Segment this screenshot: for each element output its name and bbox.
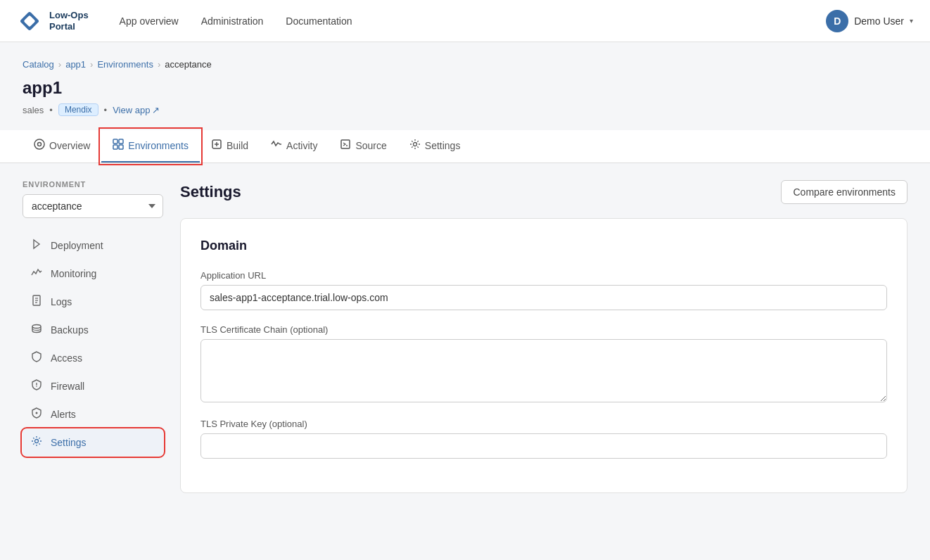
sep-2: › (90, 59, 93, 70)
svg-rect-4 (113, 139, 117, 144)
tls-key-input[interactable] (200, 433, 887, 459)
activity-icon (271, 139, 282, 153)
subtitle-label: sales (23, 105, 44, 115)
logo-text: Low-Ops Portal (49, 10, 89, 32)
environments-icon (113, 139, 124, 153)
settings-header: Settings Compare environments (180, 180, 907, 204)
page-title: app1 (23, 78, 907, 98)
chevron-down-icon: ▾ (910, 17, 913, 25)
svg-point-18 (35, 440, 39, 443)
tab-overview[interactable]: Overview (23, 130, 101, 163)
tls-chain-input[interactable] (200, 339, 887, 402)
sep-1: › (58, 59, 61, 70)
alerts-icon (30, 407, 44, 421)
settings-title: Settings (180, 183, 241, 201)
svg-rect-6 (113, 145, 117, 149)
sidebar-settings-icon (30, 435, 44, 450)
backups-icon (30, 323, 44, 337)
user-menu[interactable]: D Demo User ▾ (826, 10, 913, 32)
tab-source[interactable]: Source (329, 130, 397, 163)
tab-settings[interactable]: Settings (398, 130, 472, 163)
source-icon (340, 139, 351, 153)
svg-rect-5 (119, 139, 123, 144)
mendix-badge: Mendix (58, 103, 98, 116)
logo-icon (17, 8, 42, 34)
sidebar-nav: Deployment Monitoring Logs (23, 232, 163, 456)
env-label: ENVIRONMENT (23, 180, 163, 189)
tab-environments[interactable]: Environments (101, 130, 200, 163)
view-app-link[interactable]: View app ↗ (113, 105, 160, 115)
header: Low-Ops Portal App overview Administrati… (0, 0, 930, 42)
url-label: Application URL (200, 270, 887, 281)
tab-build[interactable]: Build (200, 130, 260, 163)
svg-point-10 (413, 143, 416, 146)
breadcrumb-app1[interactable]: app1 (65, 59, 86, 70)
lower-layout: ENVIRONMENT acceptance production develo… (23, 180, 907, 493)
firewall-icon (30, 379, 44, 393)
domain-card: Domain Application URL TLS Certificate C… (180, 218, 907, 493)
monitoring-icon (30, 267, 44, 281)
external-link-icon: ↗ (152, 105, 160, 115)
tls-chain-group: TLS Certificate Chain (optional) (200, 324, 887, 405)
svg-rect-7 (119, 145, 123, 149)
breadcrumb: Catalog › app1 › Environments › acceptan… (23, 59, 907, 70)
sidebar-item-monitoring[interactable]: Monitoring (23, 260, 163, 287)
sidebar-item-logs[interactable]: Logs (23, 288, 163, 315)
main-panel: Settings Compare environments Domain App… (180, 180, 907, 493)
deployment-icon (30, 238, 44, 253)
tls-chain-label: TLS Certificate Chain (optional) (200, 324, 887, 335)
header-nav: App overview Administration Documentatio… (111, 11, 827, 31)
sidebar-item-deployment[interactable]: Deployment (23, 232, 163, 259)
tabs-bar: Overview Environments Build Activity Sou… (0, 130, 930, 163)
overview-icon (34, 139, 45, 153)
url-input[interactable] (200, 285, 887, 310)
breadcrumb-environments[interactable]: Environments (97, 59, 153, 70)
breadcrumb-current: acceptance (165, 59, 212, 70)
build-icon (211, 139, 222, 153)
logo[interactable]: Low-Ops Portal (17, 8, 89, 34)
breadcrumb-catalog[interactable]: Catalog (23, 59, 54, 70)
page-content: Catalog › app1 › Environments › acceptan… (0, 42, 930, 510)
tab-activity[interactable]: Activity (260, 130, 329, 163)
dot-sep2: • (104, 105, 108, 115)
nav-documentation[interactable]: Documentation (277, 11, 360, 31)
access-icon (30, 351, 44, 365)
svg-point-3 (38, 143, 42, 146)
user-avatar: D (826, 10, 848, 32)
sidebar-item-firewall[interactable]: Firewall (23, 373, 163, 400)
nav-administration[interactable]: Administration (193, 11, 272, 31)
domain-title: Domain (200, 238, 887, 253)
sidebar-item-alerts[interactable]: Alerts (23, 401, 163, 428)
sidebar-item-settings[interactable]: Settings (23, 429, 163, 456)
logs-icon (30, 295, 44, 309)
svg-point-2 (34, 139, 44, 149)
svg-marker-11 (34, 240, 39, 248)
compare-environments-button[interactable]: Compare environments (781, 180, 907, 204)
sidebar-item-backups[interactable]: Backups (23, 317, 163, 343)
sep-3: › (158, 59, 160, 70)
environment-select[interactable]: acceptance production development (23, 194, 163, 218)
page-subtitle: sales • Mendix • View app ↗ (23, 103, 907, 116)
sidebar-item-access[interactable]: Access (23, 345, 163, 371)
dot-sep: • (49, 105, 53, 115)
sidebar: ENVIRONMENT acceptance production develo… (23, 180, 163, 456)
tls-key-label: TLS Private Key (optional) (200, 419, 887, 429)
url-group: Application URL (200, 270, 887, 310)
nav-app-overview[interactable]: App overview (111, 11, 187, 31)
user-name: Demo User (854, 15, 904, 27)
settings-tab-icon (409, 139, 421, 153)
svg-point-16 (32, 325, 41, 329)
svg-point-17 (36, 412, 38, 414)
tls-key-group: TLS Private Key (optional) (200, 419, 887, 459)
